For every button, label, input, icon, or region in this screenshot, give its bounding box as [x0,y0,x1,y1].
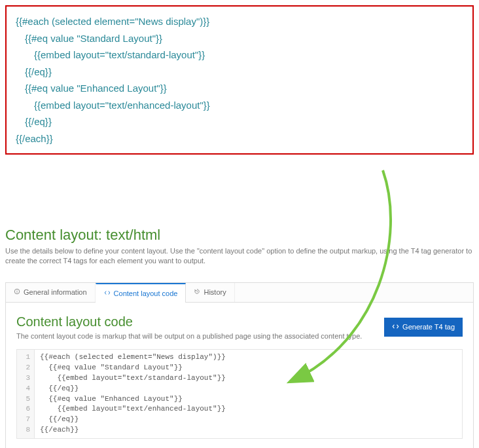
page-description: Use the details below to define your con… [5,246,474,267]
tab-label: General information [24,288,87,296]
panel-body: Content layout code The content layout c… [6,303,473,448]
code-line: {{#eq value "Standard Layout"}} [16,30,463,47]
code-line: {{/eq}} [40,384,457,394]
page-title: Content layout: text/html [5,227,474,244]
line-number-gutter: 12345678 [17,350,35,439]
code-line: {{#each (selected element="News display"… [16,13,463,30]
code-line: {{/eq}} [16,64,463,81]
code-line: {{/eq}} [40,415,457,425]
code-line: {{/eq}} [16,113,463,130]
tab-history[interactable]: History [186,283,234,302]
code-icon [104,289,111,297]
code-line: {{#eq value "Enhanced Layout"}} [16,80,463,97]
code-line: {{embed layout="text/enhanced-layout"}} [40,404,457,415]
line-number: 6 [21,404,30,415]
code-editor[interactable]: 12345678 {{#each (selected element="News… [16,349,463,439]
line-number: 8 [21,425,30,436]
line-number: 2 [21,363,30,373]
line-number: 7 [21,415,30,425]
highlighted-code-box: {{#each (selected element="News display"… [5,5,474,155]
svg-rect-1 [17,291,18,293]
info-icon [14,288,20,296]
line-number: 5 [21,394,30,405]
content-layout-section: Content layout: text/html Use the detail… [5,227,474,448]
svg-rect-2 [17,290,18,291]
code-line: {{#each (selected element="News display"… [40,352,457,363]
code-icon [392,323,399,331]
history-icon [194,288,200,296]
code-line: {{embed layout="text/standard-layout"}} [16,47,463,64]
code-line: {{#eq value "Enhanced Layout"}} [40,394,457,405]
code-line: {{/each}} [16,130,463,147]
tab-general-information[interactable]: General information [6,283,96,302]
tab-label: Content layout code [114,289,178,297]
line-number: 1 [21,352,30,363]
panel: General information Content layout code … [5,282,474,448]
tab-content-layout-code[interactable]: Content layout code [96,283,186,303]
line-number: 4 [21,384,30,394]
line-number: 3 [21,373,30,384]
code-line: {{embed layout="text/standard-layout"}} [40,373,457,384]
button-label: Generate T4 tag [402,323,455,331]
code-line: {{#eq value "Standard Layout"}} [40,363,457,373]
code-line: {{/each}} [40,425,457,436]
generate-t4-tag-button[interactable]: Generate T4 tag [384,318,463,337]
tab-bar: General information Content layout code … [6,283,473,303]
code-content[interactable]: {{#each (selected element="News display"… [35,350,462,439]
code-line: {{embed layout="text/enhanced-layout"}} [16,97,463,114]
tab-label: History [204,288,226,296]
